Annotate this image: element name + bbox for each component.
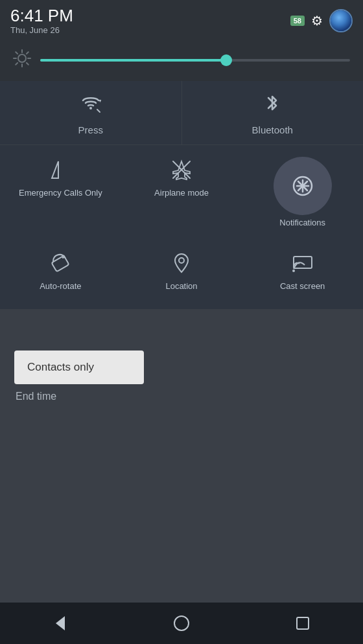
svg-point-26 — [174, 616, 189, 630]
svg-marker-25 — [56, 616, 65, 630]
notifications-label: Notifications — [279, 218, 325, 229]
nav-bar — [0, 603, 363, 644]
settings-icon[interactable]: ⚙ — [311, 13, 323, 29]
cast-label: Cast screen — [280, 281, 325, 292]
wifi-toggle[interactable]: ▼ Press — [0, 81, 182, 144]
svg-point-22 — [179, 258, 184, 263]
background-content: Contacts only Start time 10:00 PM End ti… — [0, 341, 363, 523]
svg-marker-13 — [52, 161, 58, 178]
svg-line-8 — [16, 63, 18, 65]
bluetooth-toggle[interactable]: Bluetooth — [182, 81, 364, 144]
notifications-toggle[interactable]: Notifications — [242, 148, 363, 236]
svg-line-7 — [27, 52, 29, 54]
wifi-label: Press — [78, 124, 103, 135]
location-label: Location — [165, 281, 197, 292]
status-date: Thu, June 26 — [10, 25, 73, 35]
end-time-label: End time — [16, 391, 347, 402]
airplane-label: Airplane mode — [154, 188, 209, 199]
contacts-popup-text: Contacts only — [27, 361, 94, 373]
location-toggle[interactable]: Location — [121, 241, 242, 300]
svg-rect-27 — [297, 617, 309, 629]
svg-point-24 — [292, 270, 295, 272]
svg-text:▼: ▼ — [98, 98, 101, 103]
quick-settings-panel: ▼ Press Bluetooth Emergency Calls Only — [0, 81, 363, 310]
emergency-calls-toggle[interactable]: Emergency Calls Only — [0, 148, 121, 236]
airplane-mode-toggle[interactable]: Airplane mode — [121, 148, 242, 236]
status-time-area: 6:41 PM Thu, June 26 — [10, 6, 73, 35]
battery-badge: 58 — [290, 16, 305, 26]
emergency-label: Emergency Calls Only — [19, 188, 102, 199]
notifications-circle — [274, 157, 332, 215]
signal-icon — [47, 157, 73, 183]
airplane-icon — [169, 157, 194, 183]
brightness-icon — [13, 49, 31, 72]
svg-line-10 — [97, 109, 100, 112]
status-time: 6:41 PM — [10, 6, 73, 25]
auto-rotate-icon — [47, 250, 73, 276]
qs-row-2: Auto-rotate Location Cast screen — [0, 238, 363, 303]
brightness-fill — [40, 59, 226, 62]
bluetooth-label: Bluetooth — [252, 124, 293, 135]
svg-line-6 — [27, 63, 29, 65]
brightness-slider[interactable] — [40, 59, 350, 62]
avatar[interactable] — [329, 9, 353, 32]
brightness-bar — [0, 43, 363, 81]
svg-point-9 — [89, 107, 92, 109]
svg-line-5 — [16, 52, 18, 54]
bluetooth-icon — [262, 93, 283, 118]
avatar-image — [331, 10, 351, 31]
recents-button[interactable] — [283, 604, 322, 643]
status-bar: 6:41 PM Thu, June 26 58 ⚙ — [0, 0, 363, 43]
location-icon — [169, 250, 194, 276]
auto-rotate-label: Auto-rotate — [40, 281, 81, 292]
brightness-thumb[interactable] — [220, 54, 232, 66]
status-icons: 58 ⚙ — [290, 9, 353, 32]
contacts-popup[interactable]: Contacts only — [14, 351, 144, 384]
auto-rotate-toggle[interactable]: Auto-rotate — [0, 241, 121, 300]
qs-top-row: ▼ Press Bluetooth — [0, 81, 363, 145]
home-button[interactable] — [162, 604, 201, 643]
cast-screen-toggle[interactable]: Cast screen — [242, 241, 363, 300]
wifi-icon: ▼ — [80, 93, 101, 118]
cast-icon — [290, 250, 316, 276]
svg-point-0 — [18, 54, 26, 62]
qs-row-1: Emergency Calls Only Airplane mode — [0, 145, 363, 239]
end-time-section: End time — [0, 384, 363, 409]
back-button[interactable] — [41, 604, 80, 643]
